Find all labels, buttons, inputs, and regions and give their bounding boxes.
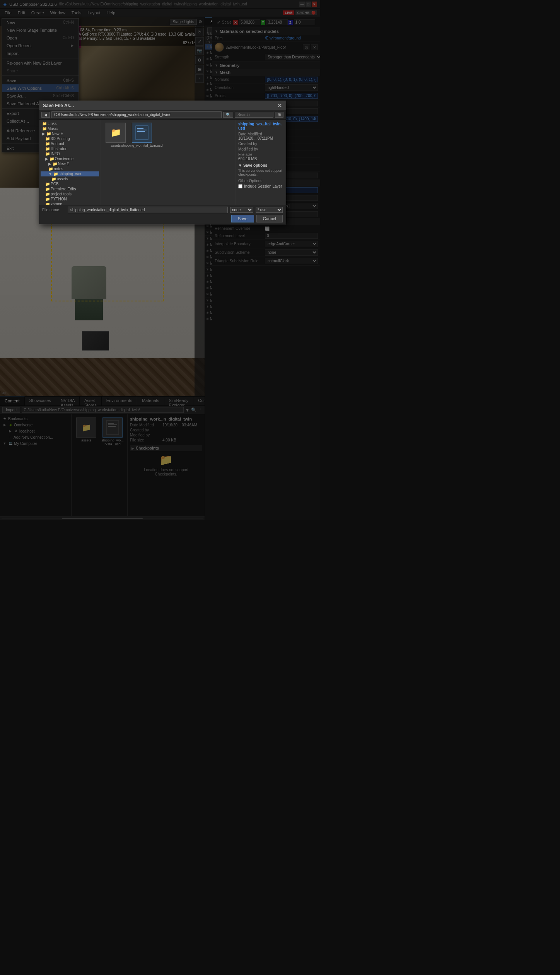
dialog-tree-assets[interactable]: 📁 assets — [41, 176, 99, 181]
other-options-label: Other Options: — [238, 179, 283, 183]
dialog-folder-icon6: 📁 — [45, 147, 50, 151]
dialog-folder-icon7: 📁 — [45, 152, 50, 156]
dialog-type-select[interactable]: none — [230, 207, 253, 213]
dialog-path-input[interactable] — [51, 111, 222, 118]
dialog-folder-icon2: 📁 — [42, 127, 47, 131]
dialog-tree-premiere[interactable]: 📁 Premiere Edits — [41, 186, 99, 192]
dialog-folder-icon10: 📁 — [48, 167, 53, 171]
dialog-filename-input[interactable] — [68, 207, 228, 213]
dialog-close-button[interactable]: ✕ — [277, 103, 282, 109]
save-options-toggle[interactable]: ▼ Save options — [238, 163, 283, 168]
dialog-date-value: 10/16/20... 07:21PM — [238, 136, 283, 140]
dialog-folder-icon16: 📁 — [45, 197, 50, 201]
dialog-tree-python[interactable]: 📁 PYTHON — [41, 197, 99, 202]
dialog-usd-label: shipping_wo...ital_twin.usd — [121, 144, 162, 147]
dialog-view-toggle[interactable]: ⊞ — [275, 112, 283, 118]
dialog-tree-newe2[interactable]: ▶ 📁 New E — [41, 161, 99, 166]
dialog-folder-icon13: 📁 — [45, 182, 50, 186]
include-session-label: Include Session Layer — [244, 184, 282, 188]
dialog-created-label: Created by — [238, 142, 283, 146]
dialog-save-btn[interactable]: Save — [231, 215, 254, 222]
dialog-tree: 📁 Links 📁 Music ▶ 📁 New E 📁 3D Printing … — [39, 120, 101, 205]
include-session-checkbox[interactable] — [238, 184, 242, 188]
save-options-notice: This server does not support checkpoints… — [238, 169, 283, 176]
dialog-tree-android[interactable]: 📁 Android — [41, 141, 99, 146]
svg-rect-4 — [136, 126, 148, 140]
dialog-search-input[interactable] — [235, 112, 273, 118]
dialog-usd-thumb — [132, 123, 152, 143]
dialog-folder-icon8: ▶ 📁 — [45, 157, 54, 161]
dialog-folder-icon: 📁 — [42, 121, 47, 126]
svg-rect-6 — [137, 130, 147, 130]
svg-rect-7 — [137, 131, 145, 132]
dialog-tree-xampp[interactable]: 📁 xampp — [41, 202, 99, 205]
dialog-files: 📁 assets shipping_wo...ital_twin.usd — [101, 120, 236, 205]
dialog-folder-icon12: 📁 — [51, 177, 56, 181]
dialog-path-bar: ◀ 🔍 ⊞ — [39, 110, 286, 120]
dialog-actions: Save Cancel — [42, 215, 283, 222]
dialog-tree-pcb[interactable]: 📁 PCB — [41, 181, 99, 186]
dialog-search-btn[interactable]: 🔍 — [223, 112, 233, 118]
dialog-folder-icon15: 📁 — [45, 192, 50, 196]
dialog-folder-icon5: 📁 — [45, 142, 50, 146]
save-options-arrow: ▼ — [238, 163, 242, 168]
dialog-tree-3dprint[interactable]: 📁 3D Printing — [41, 136, 99, 141]
dialog-tree-newe[interactable]: ▶ 📁 New E — [41, 131, 99, 136]
dialog-tree-info[interactable]: 📁 INFO — [41, 151, 99, 156]
dialog-tree-links[interactable]: 📁 Links — [41, 121, 99, 126]
dialog-tree-notes[interactable]: 📁 notes — [41, 166, 99, 171]
dialog-back-btn[interactable]: ◀ — [41, 112, 50, 118]
dialog-folder-icon11: ▼ 📁 — [48, 172, 58, 176]
dialog-assets-label: assets — [111, 144, 121, 147]
dialog-cancel-btn[interactable]: Cancel — [256, 215, 283, 222]
dialog-info: shipping_wo...ital_twin.usd Date Modifie… — [236, 120, 286, 205]
dialog-tree-shipping[interactable]: ▼ 📁 shipping_wor... — [41, 171, 99, 176]
dialog-folder-icon14: 📁 — [45, 187, 50, 191]
dialog-ext-select[interactable]: *.usd — [256, 207, 283, 213]
include-session-row: Include Session Layer — [238, 184, 283, 188]
save-options-section: ▼ Save options This server does not supp… — [238, 163, 283, 176]
dialog-filesize-value: 694.16 MB — [238, 157, 283, 161]
dialog-info-filename: shipping_wo...ital_twin.usd — [238, 122, 283, 130]
dialog-filesize-label: File size — [238, 152, 283, 157]
dialog-modified-label: Modified by — [238, 147, 283, 151]
dialog-tree-illustrator[interactable]: 📁 Illustrator — [41, 146, 99, 151]
dialog-tree-music[interactable]: 📁 Music — [41, 126, 99, 131]
dialog-tree-projecttools[interactable]: 📁 project tools — [41, 192, 99, 197]
dialog-folder-icon3: ▶ 📁 — [42, 132, 51, 136]
dialog-folder-icon9: ▶ 📁 — [48, 162, 57, 166]
dialog-assets-thumb: 📁 — [106, 123, 126, 143]
svg-rect-5 — [137, 128, 143, 129]
dialog-body: 📁 Links 📁 Music ▶ 📁 New E 📁 3D Printing … — [39, 120, 286, 205]
dialog-footer: File name: none *.usd Save Cancel — [39, 205, 286, 224]
dialog-folder-icon4: 📁 — [45, 137, 50, 141]
dialog-title-bar: Save File As... ✕ — [39, 101, 286, 110]
dialog-filename-row: File name: none *.usd — [42, 207, 283, 213]
dialog-date-label: Date Modified — [238, 132, 283, 136]
save-dialog: Save File As... ✕ ◀ 🔍 ⊞ 📁 Links 📁 Music — [39, 101, 286, 224]
dialog-folder-icon17: 📁 — [45, 202, 50, 205]
dialog-file-usd[interactable]: shipping_wo...ital_twin.usd — [130, 123, 154, 147]
dialog-fn-label: File name: — [42, 208, 65, 212]
dialog-overlay: Save File As... ✕ ◀ 🔍 ⊞ 📁 Links 📁 Music — [0, 0, 320, 520]
other-options: Other Options: Include Session Layer — [238, 179, 283, 188]
dialog-tree-omniverse[interactable]: ▶ 📁 Omniverse — [41, 156, 99, 161]
